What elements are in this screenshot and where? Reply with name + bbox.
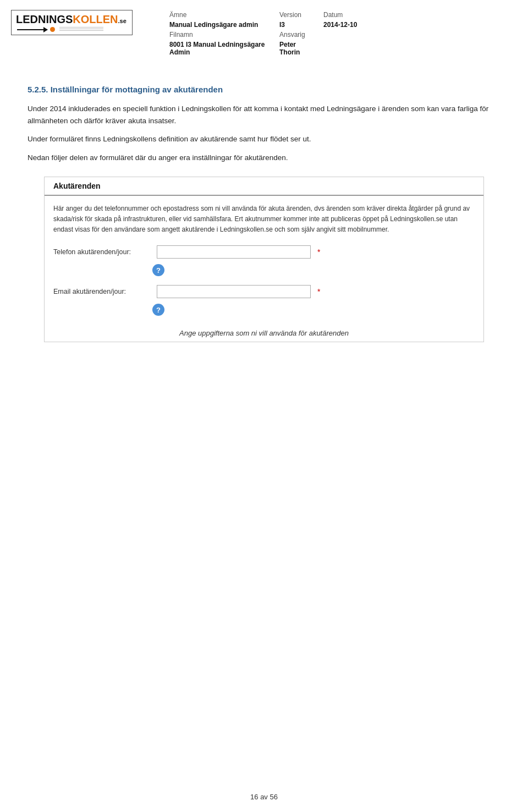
- logo-text-lednings: LEDNINGS: [16, 13, 73, 26]
- main-content: 5.2.5. Inställningar för mottagning av a…: [0, 63, 528, 377]
- body-para-3: Nedan följer delen av formuläret där du …: [28, 152, 501, 164]
- telefon-form-row: Telefon akutärenden/jour: *: [45, 241, 483, 263]
- form-box-description: Här anger du det telefonnummer och epost…: [45, 201, 483, 241]
- page-footer: 16 av 56: [0, 793, 528, 801]
- datum-value: 2014-12-10: [319, 20, 506, 30]
- version-label: Version: [275, 10, 319, 20]
- telefon-help-button[interactable]: ?: [152, 264, 164, 276]
- staff-line-3: [59, 30, 103, 31]
- arrow-line-icon: [17, 29, 47, 30]
- form-box-title: Akutärenden: [45, 177, 483, 196]
- datum-label: Datum: [319, 10, 506, 20]
- logo-area: LEDNINGSKOLLEN.se: [11, 10, 132, 35]
- email-help-button[interactable]: ?: [152, 304, 164, 316]
- amne-label: Ämne: [165, 10, 275, 20]
- email-help-row: ?: [45, 303, 483, 320]
- version-value: I3: [275, 20, 319, 30]
- orange-dot-icon: [50, 27, 55, 32]
- music-staff-icon: [59, 27, 103, 31]
- logo-box: LEDNINGSKOLLEN.se: [11, 10, 133, 35]
- header-meta-table: Ämne Version Datum Manual Ledingsägare a…: [165, 10, 506, 57]
- email-required-star: *: [317, 287, 320, 296]
- form-caption: Ange uppgifterna som ni vill använda för…: [45, 329, 483, 337]
- telefon-help-row: ?: [45, 263, 483, 281]
- telefon-required-star: *: [317, 248, 320, 256]
- telefon-input[interactable]: [157, 245, 311, 259]
- logo-underline-row: [17, 27, 127, 32]
- email-input[interactable]: [157, 285, 311, 298]
- email-form-row: Email akutärenden/jour: *: [45, 281, 483, 303]
- section-number: 5.2.5.: [28, 85, 48, 94]
- filnamn-value: 8001 I3 Manual Ledningsägare Admin: [165, 40, 275, 57]
- ansvarig-label: Ansvarig: [275, 30, 319, 40]
- ansvarig-value: Peter Thorin: [275, 40, 319, 57]
- section-title: 5.2.5. Inställningar för mottagning av a…: [28, 85, 501, 94]
- logo-text-se: .se: [118, 18, 127, 24]
- logo-main-row: LEDNINGSKOLLEN.se: [16, 13, 127, 26]
- page-header: LEDNINGSKOLLEN.se Ämne Version Datum: [0, 0, 528, 63]
- email-label: Email akutärenden/jour:: [53, 288, 152, 295]
- manual-label: Manual Ledingsägare admin: [165, 20, 275, 30]
- staff-line-1: [59, 27, 103, 28]
- logo-text-kollen: KOLLEN: [73, 13, 118, 26]
- body-para-1: Under 2014 inkluderades en speciell funk…: [28, 103, 501, 127]
- body-para-2: Under formuläret finns Ledningskollens d…: [28, 133, 501, 145]
- telefon-label: Telefon akutärenden/jour:: [53, 248, 152, 256]
- akutarenden-form-box: Akutärenden Här anger du det telefonnumm…: [44, 177, 484, 342]
- filnamn-label: Filnamn: [165, 30, 275, 40]
- section-title-text: Inställningar för mottagning av akutären…: [51, 85, 223, 94]
- page-number: 16 av 56: [250, 793, 278, 801]
- staff-line-2: [59, 29, 103, 29]
